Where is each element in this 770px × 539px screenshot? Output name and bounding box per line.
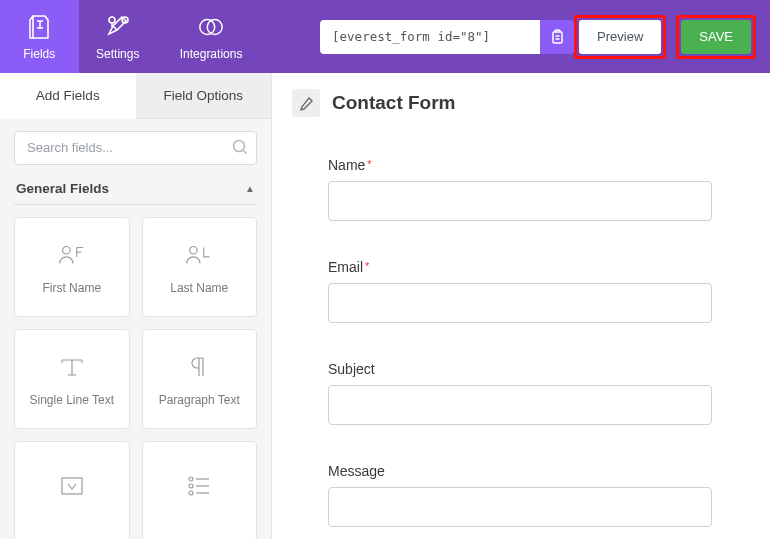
person-firstname-icon [56,239,88,271]
field-input-preview [328,487,712,527]
integrations-icon [197,13,225,41]
shortcode-copy-button[interactable] [540,20,574,54]
edit-title-button[interactable] [292,89,320,117]
field-input-preview [328,181,712,221]
section-title: General Fields [16,181,109,196]
shortcode-input[interactable] [320,20,540,54]
settings-icon [104,13,132,41]
paragraph-icon [183,351,215,383]
save-button[interactable]: SAVE [681,20,751,54]
nav-settings-label: Settings [96,47,139,61]
svg-point-9 [189,477,193,481]
section-general-fields[interactable]: General Fields ▲ [0,175,271,204]
form-title-row: Contact Form [292,89,742,117]
field-label: Message [328,463,742,479]
field-last-name[interactable]: Last Name [142,217,258,317]
tab-field-options[interactable]: Field Options [136,73,272,119]
form-field-name[interactable]: Name* [328,157,742,221]
preview-highlight: Preview [574,15,666,59]
collapse-icon: ▲ [245,183,255,194]
person-lastname-icon [183,239,215,271]
main: Add Fields Field Options General Fields … [0,73,770,539]
canvas: Contact Form Name* Email* Subject Messag… [272,73,770,539]
field-label: Paragraph Text [159,393,240,407]
svg-point-1 [109,17,115,23]
svg-point-7 [190,246,198,254]
radio-list-icon [183,470,215,502]
top-actions: Preview SAVE [574,15,770,59]
field-label: First Name [42,281,101,295]
clipboard-icon [549,28,566,45]
field-first-name[interactable]: First Name [14,217,130,317]
text-t-icon [56,351,88,383]
field-input-preview [328,283,712,323]
divider [14,204,257,205]
svg-point-10 [189,484,193,488]
topbar: Fields Settings Integrations [0,0,770,73]
field-label: Last Name [170,281,228,295]
form-field-email[interactable]: Email* [328,259,742,323]
pencil-icon [299,96,314,111]
search-icon [231,138,249,156]
sidebar: Add Fields Field Options General Fields … [0,73,272,539]
field-label: Subject [328,361,742,377]
shortcode-wrap [320,20,574,54]
field-label: Single Line Text [29,393,114,407]
svg-point-5 [234,140,245,151]
svg-rect-4 [553,32,562,43]
field-label: Name* [328,157,742,173]
field-input-preview [328,385,712,425]
search-input[interactable] [14,131,257,165]
field-single-line-text[interactable]: Single Line Text [14,329,130,429]
form-field-message[interactable]: Message [328,463,742,527]
field-label: Email* [328,259,742,275]
form-field-subject[interactable]: Subject [328,361,742,425]
tab-add-fields[interactable]: Add Fields [0,73,136,119]
field-dropdown[interactable] [14,441,130,539]
field-grid: First Name Last Name Single Line Te [0,217,271,539]
svg-point-6 [62,246,70,254]
fields-icon [25,13,53,41]
svg-rect-8 [62,478,82,494]
preview-button[interactable]: Preview [579,20,661,54]
dropdown-icon [56,470,88,502]
required-mark: * [367,158,371,170]
save-highlight: SAVE [676,15,756,59]
required-mark: * [365,260,369,272]
nav-settings[interactable]: Settings [79,0,158,73]
field-paragraph-text[interactable]: Paragraph Text [142,329,258,429]
form-title[interactable]: Contact Form [332,92,456,114]
svg-point-11 [189,491,193,495]
nav-fields-label: Fields [23,47,55,61]
search-wrap [0,119,271,175]
field-multiple-choice[interactable] [142,441,258,539]
nav-fields[interactable]: Fields [0,0,79,73]
sidebar-tabs: Add Fields Field Options [0,73,271,119]
nav-integrations-label: Integrations [180,47,243,61]
nav-integrations[interactable]: Integrations [157,0,265,73]
